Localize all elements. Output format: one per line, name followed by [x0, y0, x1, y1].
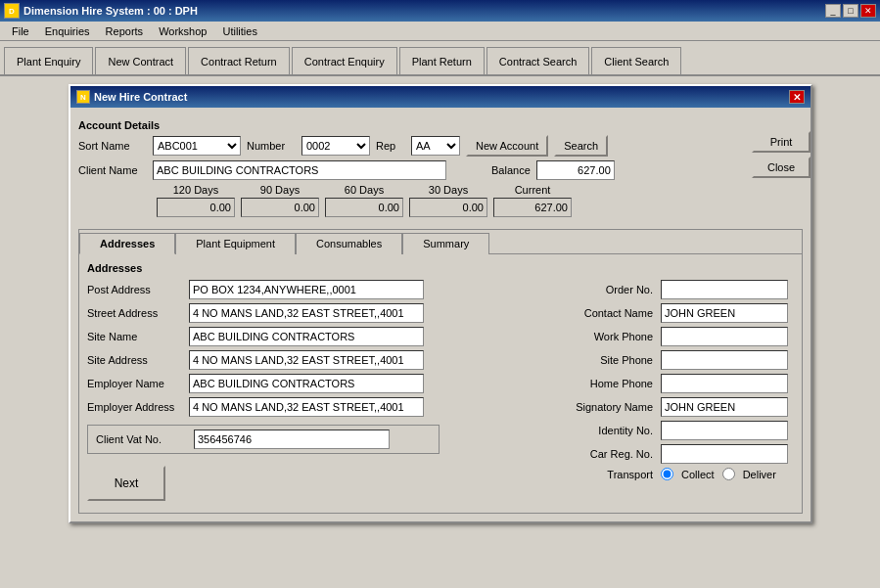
dialog-title-text: New Hire Contract — [94, 91, 187, 103]
right-input-6[interactable] — [661, 421, 788, 440]
addr-input-3[interactable] — [189, 350, 424, 370]
addr-input-0[interactable] — [189, 280, 424, 299]
dialog-content: Account Details Sort Name ABC001 Number … — [70, 108, 811, 521]
addr-label-4: Employer Name — [87, 378, 185, 389]
right-input-1[interactable] — [661, 303, 788, 323]
vat-label: Client Vat No. — [96, 433, 194, 445]
addr-label-2: Site Name — [87, 331, 185, 342]
days-current-label: Current — [493, 184, 572, 196]
menu-reports[interactable]: Reports — [98, 23, 152, 39]
sort-name-label: Sort Name — [78, 140, 147, 152]
tab-headers: Addresses Plant Equipment Consumables Su… — [79, 230, 802, 254]
addr-label-3: Site Address — [87, 354, 185, 366]
tab-addresses[interactable]: Addresses — [79, 233, 175, 254]
new-account-button[interactable]: New Account — [466, 135, 548, 157]
menu-workshop[interactable]: Workshop — [151, 23, 214, 39]
addr-input-2[interactable] — [189, 327, 424, 346]
addr-label-1: Street Address — [87, 307, 185, 319]
days-current-value — [493, 198, 572, 217]
tab-plant-equipment[interactable]: Plant Equipment — [175, 233, 296, 254]
right-label-7: Car Reg. No. — [559, 448, 657, 460]
menu-utilities[interactable]: Utilities — [214, 23, 264, 39]
number-select[interactable]: 0002 — [301, 136, 370, 156]
tab-contract-return[interactable]: Contract Return — [188, 47, 290, 74]
right-input-5[interactable] — [661, 397, 788, 417]
title-bar-text: Dimension Hire System : 00 : DPH — [23, 5, 198, 17]
addr-row-1: Street Address — [87, 303, 543, 323]
app-close-button[interactable]: ✕ — [860, 4, 876, 18]
addresses-section-label: Addresses — [87, 262, 794, 274]
right-label-1: Contact Name — [559, 307, 657, 319]
dialog-icon: N — [76, 90, 90, 104]
client-name-input[interactable] — [153, 160, 446, 180]
new-hire-contract-dialog: N New Hire Contract ✕ Account Details So… — [69, 84, 812, 523]
main-area: N New Hire Contract ✕ Account Details So… — [0, 76, 880, 588]
close-button[interactable]: Close — [752, 157, 811, 178]
addr-input-1[interactable] — [189, 303, 424, 323]
tab-panel: Addresses Plant Equipment Consumables Su… — [78, 229, 803, 514]
right-row-1: Contact Name — [559, 303, 794, 323]
days-60-value — [325, 198, 403, 217]
rep-label: Rep — [376, 140, 405, 152]
addresses-left: Post Address Street Address Site Name — [87, 280, 543, 505]
right-row-3: Site Phone — [559, 350, 794, 370]
right-label-6: Identity No. — [559, 425, 657, 436]
transport-deliver-radio[interactable] — [722, 468, 735, 480]
addr-row-5: Employer Address — [87, 397, 543, 417]
addresses-right: Order No. Contact Name Work Phone — [559, 280, 794, 505]
addr-input-5[interactable] — [189, 397, 424, 417]
tab-plant-enquiry[interactable]: Plant Enquiry — [4, 47, 93, 74]
right-label-3: Site Phone — [559, 354, 657, 366]
vat-input[interactable] — [194, 430, 390, 449]
transport-label: Transport — [559, 469, 657, 480]
right-input-0[interactable] — [661, 280, 788, 299]
addr-row-2: Site Name — [87, 327, 543, 346]
transport-deliver-label: Deliver — [743, 469, 776, 480]
right-input-3[interactable] — [661, 350, 788, 370]
transport-collect-label: Collect — [681, 469, 715, 480]
right-label-4: Home Phone — [559, 378, 657, 389]
addr-input-4[interactable] — [189, 374, 424, 393]
dialog-close-button[interactable]: ✕ — [789, 90, 805, 104]
number-label: Number — [247, 140, 296, 152]
tab-consumables[interactable]: Consumables — [296, 233, 402, 254]
vat-section: Client Vat No. — [87, 425, 440, 454]
tab-new-contract[interactable]: New Contract — [95, 47, 186, 74]
transport-radio-group: Collect Deliver — [661, 468, 776, 480]
addr-label-5: Employer Address — [87, 401, 185, 413]
right-label-0: Order No. — [559, 284, 657, 295]
tab-contract-search[interactable]: Contract Search — [486, 47, 589, 74]
title-bar-buttons: _ □ ✕ — [825, 4, 876, 18]
search-button[interactable]: Search — [554, 135, 608, 157]
rep-select[interactable]: AA — [411, 136, 460, 156]
balance-input[interactable] — [536, 160, 615, 180]
addr-label-0: Post Address — [87, 284, 185, 295]
minimize-button[interactable]: _ — [825, 4, 841, 18]
addresses-layout: Post Address Street Address Site Name — [87, 280, 794, 505]
addr-row-3: Site Address — [87, 350, 543, 370]
balance-label: Balance — [491, 164, 531, 176]
right-input-2[interactable] — [661, 327, 788, 346]
right-input-7[interactable] — [661, 444, 788, 464]
tab-contract-enquiry[interactable]: Contract Enquiry — [292, 47, 397, 74]
right-input-4[interactable] — [661, 374, 788, 393]
dialog-title-bar: N New Hire Contract ✕ — [70, 86, 811, 108]
tab-summary[interactable]: Summary — [402, 233, 489, 254]
print-button[interactable]: Print — [752, 131, 811, 153]
tab-client-search[interactable]: Client Search — [591, 47, 681, 74]
next-button[interactable]: Next — [87, 466, 165, 501]
right-label-5: Signatory Name — [559, 401, 657, 413]
tab-plant-return[interactable]: Plant Return — [399, 47, 485, 74]
maximize-button[interactable]: □ — [843, 4, 858, 18]
days-90-value — [241, 198, 319, 217]
menu-enquiries[interactable]: Enquiries — [37, 23, 98, 39]
days-60-label: 60 Days — [325, 184, 403, 196]
days-30-value — [409, 198, 487, 217]
menu-file[interactable]: File — [4, 23, 37, 39]
transport-collect-radio[interactable] — [661, 468, 673, 480]
addr-row-4: Employer Name — [87, 374, 543, 393]
sort-name-select[interactable]: ABC001 — [153, 136, 241, 156]
client-name-label: Client Name — [78, 164, 147, 176]
tab-content-addresses: Addresses Post Address Street Address — [79, 254, 802, 513]
next-row: Next — [87, 462, 543, 505]
